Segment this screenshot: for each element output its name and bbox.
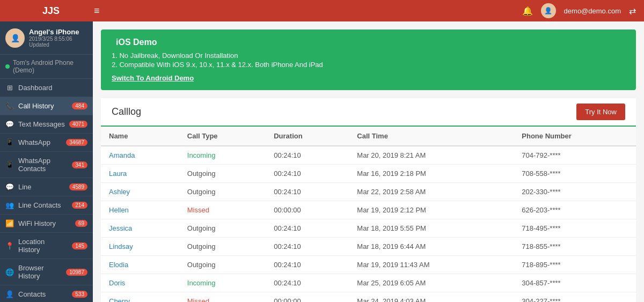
ios-banner: iOS Demo 1. No Jailbreak, Download Or In… (101, 30, 636, 90)
cell-duration: 00:24:10 (266, 274, 349, 292)
sidebar-item-whatsapp[interactable]: 📱 WhatsApp 34687 (0, 134, 93, 152)
cell-call-time: Mar 18, 2019 5:55 PM (349, 219, 514, 238)
cell-call-type: Incoming (179, 146, 266, 165)
text-messages-icon: 💬 (5, 120, 14, 128)
cell-call-type: Incoming (179, 274, 266, 292)
call-history-icon: 📞 (5, 102, 14, 110)
profile-date: 2019/3/25 8:55:06 Updated (29, 36, 87, 48)
cell-duration: 00:24:10 (266, 183, 349, 201)
sidebar-item-wifi-history[interactable]: 📶 WiFi History 69 (0, 215, 93, 233)
profile-name: Angel's iPhone (29, 28, 87, 36)
cell-duration: 00:24:10 (266, 146, 349, 165)
sidebar-item-text-messages[interactable]: 💬 Text Messages 4071 (0, 115, 93, 134)
calllog-title: Calllog (112, 106, 141, 117)
col-name: Name (101, 127, 179, 146)
sidebar-item-dashboard[interactable]: ⊞ Dashboard (0, 79, 93, 97)
sidebar-item-contacts[interactable]: 👤 Contacts 533 (0, 285, 93, 302)
cell-call-type: Missed (179, 292, 266, 303)
hamburger-icon[interactable]: ≡ (94, 5, 100, 17)
cell-call-type: Outgoing (179, 183, 266, 201)
bell-icon[interactable]: 🔔 (522, 6, 533, 16)
col-duration: Duration (266, 127, 349, 146)
cell-phone: 304-857-**** (514, 274, 636, 292)
cell-call-type: Outgoing (179, 256, 266, 274)
cell-duration: 00:24:10 (266, 219, 349, 238)
sidebar-badge-whatsapp-contacts: 341 (72, 161, 87, 168)
cell-name: Doris (101, 274, 179, 292)
table-row: Laura Outgoing 00:24:10 Mar 16, 2019 2:1… (101, 165, 636, 183)
dashboard-icon: ⊞ (5, 84, 14, 92)
topbar: JJS ≡ 🔔 👤 demo@demo.com ⇄ (0, 0, 644, 21)
avatar: 👤 (5, 28, 25, 48)
sidebar-label-whatsapp-contacts: WhatsApp Contacts (18, 157, 68, 173)
cell-call-time: Mar 18, 2019 6:44 AM (349, 238, 514, 256)
topbar-email: demo@demo.com (564, 7, 621, 15)
sidebar-item-whatsapp-contacts[interactable]: 📱 WhatsApp Contacts 341 (0, 152, 93, 178)
cell-call-time: Mar 25, 2019 6:05 AM (349, 274, 514, 292)
cell-call-type: Outgoing (179, 219, 266, 238)
calllog-header: Calllog Try It Now (101, 98, 636, 127)
device-status-dot (5, 64, 10, 69)
sidebar-item-line-contacts[interactable]: 👥 Line Contacts 214 (0, 196, 93, 215)
sidebar-item-location-history[interactable]: 📍 Location History 145 (0, 233, 93, 259)
sidebar-items: ⊞ Dashboard 📞 Call History 484 💬 Text Me… (0, 79, 93, 302)
cell-phone: 202-330-**** (514, 183, 636, 201)
browser-history-icon: 🌐 (5, 268, 14, 276)
sidebar-label-dashboard: Dashboard (18, 84, 87, 92)
sidebar-device[interactable]: Tom's Android Phone (Demo) (0, 55, 93, 79)
cell-phone: 718-895-**** (514, 256, 636, 274)
table-row: Amanda Incoming 00:24:10 Mar 20, 2019 8:… (101, 146, 636, 165)
sidebar-badge-whatsapp: 34687 (66, 139, 87, 146)
sidebar-item-line[interactable]: 💬 Line 4589 (0, 178, 93, 196)
cell-duration: 00:24:10 (266, 165, 349, 183)
line-icon: 💬 (5, 183, 14, 191)
cell-phone: 718-495-**** (514, 219, 636, 238)
cell-phone: 704-792-**** (514, 146, 636, 165)
profile-info: Angel's iPhone 2019/3/25 8:55:06 Updated (29, 28, 87, 48)
switch-to-android-link[interactable]: Switch To Android Demo (112, 74, 194, 82)
sidebar-badge-location-history: 145 (72, 242, 87, 249)
topbar-logo: JJS (8, 5, 94, 17)
location-history-icon: 📍 (5, 242, 14, 250)
table-row: Cherry Missed 00:00:00 Mar 24, 2019 4:03… (101, 292, 636, 303)
sidebar-label-wifi-history: WiFi History (18, 219, 71, 227)
cell-name: Ashley (101, 183, 179, 201)
cell-name: Hellen (101, 201, 179, 219)
cell-call-type: Outgoing (179, 165, 266, 183)
sidebar-badge-contacts: 533 (72, 291, 87, 298)
cell-call-time: Mar 22, 2019 2:58 AM (349, 183, 514, 201)
sidebar-label-whatsapp: WhatsApp (18, 138, 62, 146)
sidebar-item-call-history[interactable]: 📞 Call History 484 (0, 97, 93, 115)
sidebar-label-line-contacts: Line Contacts (18, 201, 68, 209)
calllog-table: NameCall TypeDurationCall TimePhone Numb… (101, 127, 636, 302)
sidebar-badge-line: 4589 (69, 183, 87, 190)
main-content: iOS Demo 1. No Jailbreak, Download Or In… (93, 21, 644, 302)
whatsapp-contacts-icon: 📱 (5, 161, 14, 169)
cell-call-time: Mar 24, 2019 4:03 AM (349, 292, 514, 303)
ios-point-1: 1. No Jailbreak, Download Or Installatio… (112, 51, 625, 60)
try-it-now-button[interactable]: Try It Now (576, 104, 625, 120)
cell-call-type: Missed (179, 201, 266, 219)
table-row: Doris Incoming 00:24:10 Mar 25, 2019 6:0… (101, 274, 636, 292)
cell-phone: 626-203-**** (514, 201, 636, 219)
device-label: Tom's Android Phone (Demo) (13, 59, 87, 74)
cell-call-type: Outgoing (179, 238, 266, 256)
share-icon[interactable]: ⇄ (629, 6, 636, 16)
sidebar-badge-browser-history: 10987 (66, 269, 87, 276)
sidebar-label-contacts: Contacts (18, 290, 68, 298)
sidebar-label-call-history: Call History (18, 102, 68, 110)
cell-phone: 718-855-**** (514, 238, 636, 256)
ios-point-2: 2. Compatible With iOS 9.x, 10.x, 11.x &… (112, 61, 625, 69)
avatar: 👤 (541, 3, 556, 18)
cell-name: Laura (101, 165, 179, 183)
col-call-type: Call Type (179, 127, 266, 146)
wifi-history-icon: 📶 (5, 219, 14, 227)
calllog-table-container: NameCall TypeDurationCall TimePhone Numb… (101, 127, 636, 302)
cell-name: Amanda (101, 146, 179, 165)
sidebar-item-browser-history[interactable]: 🌐 Browser History 10987 (0, 259, 93, 285)
cell-duration: 00:24:10 (266, 256, 349, 274)
cell-phone: 304-227-**** (514, 292, 636, 303)
cell-phone: 708-558-**** (514, 165, 636, 183)
table-row: Lindsay Outgoing 00:24:10 Mar 18, 2019 6… (101, 238, 636, 256)
cell-name: Jessica (101, 219, 179, 238)
